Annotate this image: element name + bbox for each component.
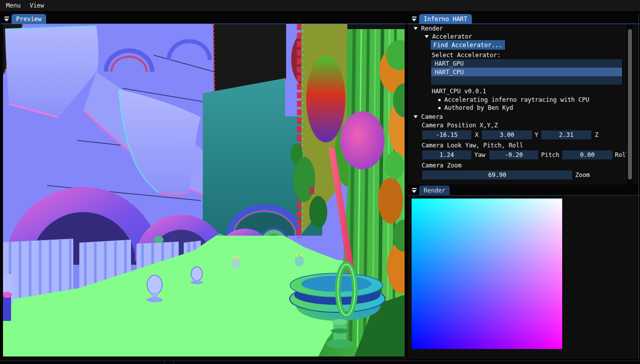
window-bottom-border — [0, 360, 640, 361]
camera-position-y-field[interactable]: 3.00 — [482, 130, 532, 139]
render-gradient-image — [412, 199, 562, 349]
camera-position-x-field[interactable]: -16.15 — [422, 130, 471, 139]
tab-inferno-hart[interactable]: Inferno HART — [419, 14, 472, 24]
camera-zoom-label: Camera Zoom — [422, 161, 461, 169]
bullet-icon — [438, 99, 441, 101]
menu-item-menu[interactable]: Menu — [2, 2, 25, 9]
camera-look-label: Camera Look Yaw, Pitch, Roll — [422, 141, 523, 149]
tab-list-arrow-icon — [5, 17, 9, 18]
tree-expand-icon — [425, 35, 429, 38]
scrollbar-thumb[interactable] — [628, 29, 632, 179]
axis-label-z: Z — [595, 130, 598, 139]
accelerator-listbox: HART_GPU HART_CPU — [431, 59, 622, 85]
tree-node-render[interactable]: Render — [414, 25, 443, 33]
axis-label-yaw: Yaw — [474, 150, 485, 159]
preview-window-footer — [0, 356, 407, 360]
camera-yaw-field[interactable]: 1.24 — [422, 150, 471, 159]
tab-list-arrow-button[interactable] — [410, 15, 418, 24]
camera-position-label: Camera Position X,Y,Z — [422, 121, 498, 129]
axis-label-pitch: Pitch — [541, 150, 559, 159]
camera-pitch-field[interactable]: -0.20 — [489, 150, 538, 159]
menu-item-view[interactable]: View — [26, 2, 48, 9]
bullet-icon — [438, 107, 441, 109]
preview-render-image — [3, 24, 405, 356]
resize-grip-notch[interactable] — [173, 360, 174, 364]
accelerator-info-title: HART_CPU v0.0.1 — [432, 87, 486, 95]
preview-viewport[interactable] — [3, 24, 405, 356]
accelerator-info-bullet: Accelerating inferno raytracing with CPU — [438, 96, 589, 104]
camera-position-z-field[interactable]: 2.31 — [541, 130, 591, 139]
inspector-panel: Render Accelerator Find Accelerator... S… — [408, 24, 639, 185]
tree-node-accelerator[interactable]: Accelerator — [425, 33, 472, 41]
camera-roll-field[interactable]: 0.00 — [562, 150, 612, 159]
tab-preview[interactable]: Preview — [12, 14, 46, 24]
select-accelerator-label: Select Accelerator: — [432, 51, 500, 59]
tab-list-arrow-button[interactable] — [3, 15, 11, 24]
tab-list-arrow-button[interactable] — [410, 186, 418, 195]
tab-list-arrow-icon — [412, 188, 417, 189]
find-accelerator-button[interactable]: Find Accelerator... — [431, 40, 505, 50]
render-panel — [408, 196, 639, 359]
tree-node-camera[interactable]: Camera — [414, 113, 443, 121]
axis-label-x: X — [475, 130, 478, 139]
tree-expand-icon — [414, 27, 418, 30]
tab-list-arrow-icon — [412, 17, 417, 18]
menu-bar: Menu View — [0, 0, 640, 11]
window-right-border — [638, 14, 639, 360]
accelerator-info-bullet: Authored by Ben Kyd — [438, 104, 513, 112]
vertical-scrollbar[interactable] — [627, 24, 633, 185]
camera-zoom-field[interactable]: 69.90 — [422, 170, 572, 179]
accelerator-option-hart-cpu[interactable]: HART_CPU — [431, 68, 622, 76]
tree-expand-icon — [414, 115, 418, 118]
tab-render[interactable]: Render — [419, 186, 450, 195]
resize-grip-notch[interactable] — [164, 360, 165, 364]
axis-label-y: Y — [535, 130, 538, 139]
axis-label-zoom: Zoom — [575, 170, 590, 179]
accelerator-option-hart-gpu[interactable]: HART_GPU — [431, 59, 622, 68]
